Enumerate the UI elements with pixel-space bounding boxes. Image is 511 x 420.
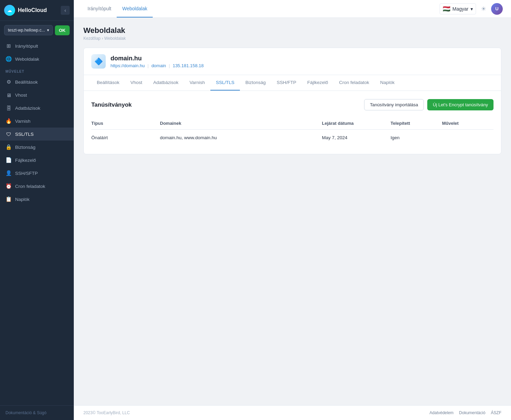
tab-biztonsag[interactable]: Biztonság [240,75,271,91]
footer-link-aszf[interactable]: ÁSZF [491,410,501,415]
domain-alias-link[interactable]: domain [151,63,166,68]
sidebar-item-label: Adatbázisok [15,106,40,111]
sidebar-item-label: Irányítópult [15,44,38,49]
ssl-content-area: Tanúsítványok Tanúsítvány importálása Új… [84,91,501,154]
page-content-area: Weboldalak Kezdőlap › Weboldalak 🔷 domai… [74,18,511,405]
sidebar-item-label: Cron feladatok [15,184,45,189]
logs-icon: 📋 [5,196,12,202]
site-selector: teszt-wp.hellowp.c... ▾ OK [4,25,70,35]
footer-copyright: 2023© TooEarlyBird, LLC [83,410,130,415]
page-footer: 2023© TooEarlyBird, LLC Adatvédelem Doku… [74,405,511,420]
domain-links: https://domain.hu | domain | 135.181.158… [111,63,204,68]
ssh-icon: 👤 [5,170,12,176]
domain-ip: 135.181.158.18 [173,63,204,68]
certificates-section-header: Tanúsítványok Tanúsítvány importálása Új… [91,99,493,110]
chevron-down-icon: ▾ [471,6,473,12]
domain-url-link[interactable]: https://domain.hu [111,63,145,68]
varnish-icon: 🔥 [5,118,12,124]
sidebar-item-iranyitopult[interactable]: ⊞ Irányítópult [0,39,74,52]
sidebar-item-fajlkezelo[interactable]: 📄 Fájlkezelő [0,154,74,167]
cert-expiry: May 7, 2024 [322,135,391,140]
sidebar-footer-docs[interactable]: Dokumentáció & Súgó [0,405,74,420]
page-header: Weboldalak Kezdőlap › Weboldalak [83,26,501,41]
sidebar-item-naplok[interactable]: 📋 Naplók [0,193,74,206]
sidebar-item-label: Biztonság [15,145,35,150]
import-certificate-button[interactable]: Tanúsítvány importálása [364,99,424,110]
domain-info: domain.hu https://domain.hu | domain | 1… [111,55,204,68]
table-row: Önaláírt domain.hu, www.domain.hu May 7,… [91,130,493,146]
dashboard-icon: ⊞ [5,43,12,49]
domain-header: 🔷 domain.hu https://domain.hu | domain |… [84,48,501,75]
breadcrumb-current: Weboldalak [104,36,126,41]
language-label: Magyar [452,6,468,12]
security-icon: 🔒 [5,144,12,150]
sidebar-back-button[interactable]: ‹ [61,6,70,15]
breadcrumb: Kezdőlap › Weboldalak [83,36,501,41]
sidebar-item-label: Naplók [15,197,30,202]
certificate-actions: Tanúsítvány importálása Új Let's Encrypt… [364,99,493,110]
database-icon: 🗄 [5,105,12,111]
cron-icon: ⏰ [5,183,12,189]
col-actions: Művelet [442,121,493,126]
domain-tabs: Beállítások Vhost Adatbázisok Varnish SS… [84,75,501,91]
topnav-item-iranyitopult[interactable]: Irányítópult [82,0,117,17]
tab-fajlkezelo[interactable]: Fájlkezelő [302,75,334,91]
tab-ssl-tls[interactable]: SSL/TLS [210,75,240,91]
topnav-right: 🇭🇺 Magyar ▾ ☀ U [440,3,503,15]
sidebar-item-cron[interactable]: ⏰ Cron feladatok [0,180,74,193]
filemanager-icon: 📄 [5,157,12,163]
site-dropdown[interactable]: teszt-wp.hellowp.c... ▾ [4,25,53,35]
sidebar-item-label: Fájlkezelő [15,158,36,163]
footer-year: 2023© [83,410,97,415]
sidebar-item-label: SSH/SFTP [15,171,38,176]
topnav-left: Irányítópult Weboldalak [82,0,153,17]
domain-name: domain.hu [111,55,204,62]
language-selector[interactable]: 🇭🇺 Magyar ▾ [440,3,476,14]
footer-links: Adatvédelem Dokumentáció ÁSZF [430,410,501,415]
footer-link-adatvédelem[interactable]: Adatvédelem [430,410,454,415]
sidebar-item-ssl-tls[interactable]: 🛡 SSL/TLS [0,128,74,141]
link-separator-2: | [169,63,170,68]
sidebar-item-vhost[interactable]: 🖥 Vhost [0,88,74,101]
domain-card: 🔷 domain.hu https://domain.hu | domain |… [83,48,501,154]
ssl-icon: 🛡 [5,131,12,137]
sidebar-item-ssh-sftp[interactable]: 👤 SSH/SFTP [0,167,74,180]
section-title: Tanúsítványok [91,101,132,108]
sidebar-section-label: MŰVELET [0,65,74,75]
websites-icon: 🌐 [5,56,12,62]
tab-vhost[interactable]: Vhost [125,75,148,91]
sidebar-item-weboldalak[interactable]: 🌐 Weboldalak [0,52,74,65]
table-header: Típus Domainek Lejárat dátuma Telepített… [91,117,493,130]
tab-varnish[interactable]: Varnish [184,75,210,91]
sidebar-item-varnish[interactable]: 🔥 Varnish [0,115,74,128]
sidebar-item-adatbazisok[interactable]: 🗄 Adatbázisok [0,101,74,115]
tab-cron-feladatok[interactable]: Cron feladatok [334,75,375,91]
tab-ssh-ftp[interactable]: SSH/FTP [271,75,302,91]
tab-beallitasok[interactable]: Beállítások [91,75,125,91]
cert-domains: domain.hu, www.domain.hu [160,135,322,140]
cert-installed: Igen [391,135,442,140]
sidebar-item-beallitasok[interactable]: ⚙ Beállítások [0,75,74,88]
col-expiry: Lejárat dátuma [322,121,391,126]
theme-toggle-icon[interactable]: ☀ [481,5,486,13]
avatar[interactable]: U [491,3,503,15]
footer-link-dokumentáció[interactable]: Dokumentáció [459,410,486,415]
sidebar-header: ☁ HelloCloud ‹ [0,0,74,21]
sidebar-item-label: Weboldalak [15,57,39,62]
page-title: Weboldalak [83,26,501,35]
tab-adatbazisok[interactable]: Adatbázisok [148,75,184,91]
site-ok-button[interactable]: OK [55,25,70,35]
logo-area: ☁ HelloCloud [4,5,47,16]
flag-icon: 🇭🇺 [443,5,450,13]
sidebar-item-biztonsag[interactable]: 🔒 Biztonság [0,141,74,154]
tab-naplok[interactable]: Naplók [375,75,400,91]
breadcrumb-home: Kezdőlap [83,36,101,41]
domain-icon: 🔷 [91,54,106,69]
sidebar-item-label: SSL/TLS [15,132,34,137]
sidebar-item-label: Vhost [15,93,27,98]
new-lets-encrypt-button[interactable]: Új Let's Encrypt tanúsítvány [427,99,493,110]
main-content: Irányítópult Weboldalak 🇭🇺 Magyar ▾ ☀ U … [74,0,511,420]
topnav-item-weboldalak[interactable]: Weboldalak [117,0,153,17]
cert-type: Önaláírt [91,135,160,140]
chevron-down-icon: ▾ [47,28,49,33]
